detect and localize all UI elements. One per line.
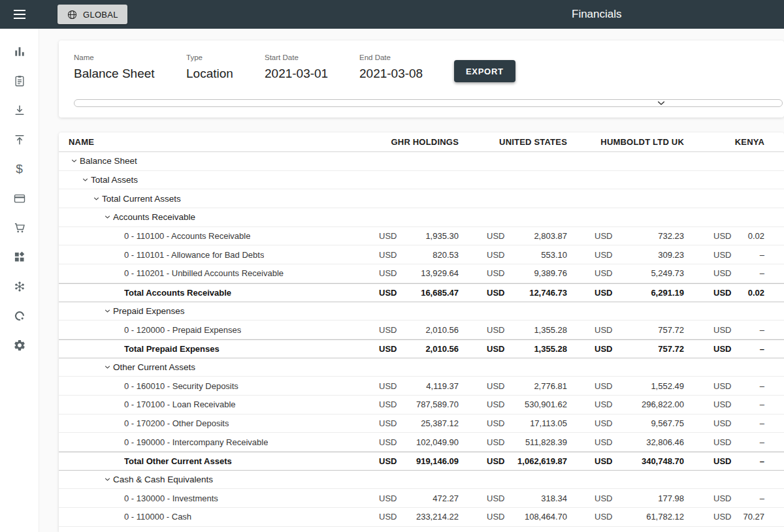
- column-header-kenya[interactable]: KENYA: [713, 137, 764, 147]
- row-label: Prepaid Expenses: [113, 306, 185, 316]
- currency-label: USD: [713, 456, 731, 466]
- amount-value: 9,389.76: [534, 268, 567, 278]
- amount-cell: USD32,806.46: [595, 437, 684, 447]
- row-name-cell: 0 - 120000 - Prepaid Expenses: [59, 325, 379, 335]
- amount-cell: USD–: [713, 381, 764, 391]
- currency-label: USD: [595, 325, 612, 335]
- credit-card-icon: [13, 192, 26, 205]
- main-content: Name Balance Sheet Type Location Start D…: [39, 29, 784, 532]
- amount-value: 16,685.47: [421, 288, 459, 298]
- amount-cell: USD–: [713, 344, 764, 354]
- column-header-united-states[interactable]: UNITED STATES: [487, 137, 567, 147]
- table-row: 0 - 170100 - Loan ReceivableUSD787,589.7…: [59, 396, 784, 415]
- row-label: 0 - 120000 - Prepaid Expenses: [124, 325, 241, 335]
- amount-value: 5,249.73: [651, 268, 684, 278]
- sidebar: $: [0, 29, 39, 532]
- table-row: 0 - 110000 - CashUSD233,214.22USD108,464…: [59, 508, 784, 527]
- row-label: Total Other Current Assets: [124, 456, 232, 466]
- amount-cell: USD511,828.39: [487, 437, 567, 447]
- row-label: 0 - 110000 - Cash: [124, 512, 191, 522]
- table-row[interactable]: Cash & Cash Equivalents: [59, 471, 784, 490]
- sidebar-item-dollar[interactable]: $: [0, 154, 39, 183]
- currency-label: USD: [379, 399, 397, 409]
- amount-cell: USD2,010.56: [379, 344, 459, 354]
- amount-cell: USD820.53: [379, 250, 459, 260]
- table-row[interactable]: Other Current Assets: [59, 358, 784, 377]
- sidebar-item-widgets[interactable]: [0, 242, 39, 272]
- amount-value: 2,803.87: [534, 231, 567, 241]
- currency-label: USD: [487, 399, 504, 409]
- amount-cell: USD2,803.87: [487, 231, 567, 241]
- amount-value: 1,552.49: [651, 381, 684, 391]
- row-name-cell: Total Assets: [59, 175, 379, 185]
- amount-value: 820.53: [433, 250, 459, 260]
- amount-cell: USD12,746.73: [487, 288, 567, 298]
- sidebar-item-credit-card[interactable]: [0, 183, 39, 213]
- table-row: 0 - 170200 - Other DepositsUSD25,387.12U…: [59, 415, 784, 433]
- amount-value: –: [760, 325, 764, 335]
- sidebar-item-bar-chart[interactable]: [0, 37, 39, 66]
- sidebar-item-hub[interactable]: [0, 272, 39, 301]
- row-name-cell: Balance Sheet: [59, 156, 379, 166]
- amount-value: 757.72: [658, 325, 684, 335]
- amount-cell: USD102,049.90: [379, 437, 459, 447]
- chevron-down-icon[interactable]: [93, 195, 102, 202]
- global-scope-button[interactable]: GLOBAL: [57, 5, 127, 24]
- column-header-humboldt-ltd-uk[interactable]: HUMBOLDT LTD UK: [595, 137, 684, 147]
- amount-value: 2,776.81: [534, 381, 567, 391]
- row-name-cell: Total Prepaid Expenses: [59, 344, 379, 354]
- row-label: Total Assets: [91, 175, 138, 185]
- chevron-down-icon[interactable]: [71, 157, 80, 164]
- amount-value: 9,567.75: [651, 418, 684, 428]
- table-row[interactable]: Total Current Assets: [59, 189, 784, 208]
- chevron-down-icon[interactable]: [104, 213, 113, 221]
- amount-value: 108,464.70: [525, 512, 567, 522]
- widgets-icon: [13, 251, 26, 264]
- sidebar-item-download[interactable]: [0, 95, 39, 125]
- chevron-down-icon[interactable]: [104, 476, 113, 483]
- amount-value: 1,935.30: [425, 231, 459, 241]
- sidebar-item-clipboard[interactable]: [0, 66, 39, 95]
- amount-value: –: [760, 418, 764, 428]
- sidebar-item-data-usage[interactable]: [0, 301, 39, 330]
- table-row[interactable]: Accounts Receivable: [59, 208, 784, 227]
- column-header-name[interactable]: NAME: [59, 137, 379, 147]
- amount-value: 472.27: [433, 493, 459, 503]
- currency-label: USD: [487, 493, 504, 503]
- sidebar-item-upload[interactable]: [0, 125, 39, 154]
- menu-icon[interactable]: [0, 0, 39, 29]
- currency-label: USD: [595, 399, 612, 409]
- table-row: 0 - 110201 - Unbilled Accounts Receivabl…: [59, 264, 784, 283]
- amount-cell: USD296,822.00: [595, 399, 684, 409]
- amount-cell: USD–: [713, 418, 764, 428]
- dollar-icon: $: [16, 163, 23, 175]
- table-row: 0 - 190000 - Intercompany ReceivableUSD1…: [59, 433, 784, 452]
- currency-label: USD: [595, 268, 612, 278]
- sidebar-item-shopping-cart[interactable]: [0, 213, 39, 242]
- row-label: Cash & Cash Equivalents: [113, 475, 213, 484]
- table-row[interactable]: Balance Sheet: [59, 152, 784, 171]
- amount-cell: USD5,249.73: [595, 268, 684, 278]
- chevron-down-icon[interactable]: [104, 364, 113, 371]
- table-row[interactable]: Prepaid Expenses: [59, 302, 784, 321]
- table-row[interactable]: Total Assets: [59, 171, 784, 190]
- amount-value: 309.23: [658, 250, 684, 260]
- currency-label: USD: [713, 399, 731, 409]
- sidebar-item-settings[interactable]: [0, 330, 39, 360]
- amount-value: 553.10: [541, 250, 567, 260]
- export-button[interactable]: EXPORT: [454, 60, 515, 82]
- amount-cell: USD17,113.05: [487, 418, 567, 428]
- chevron-down-icon[interactable]: [656, 98, 666, 108]
- row-name-cell: Total Other Current Assets: [59, 456, 379, 466]
- amount-cell: USD4,119.37: [379, 381, 459, 391]
- amount-cell: USD–: [713, 399, 764, 409]
- amount-value: –: [760, 344, 764, 354]
- chevron-down-icon[interactable]: [82, 176, 91, 183]
- amount-value: 32,806.46: [646, 437, 684, 447]
- column-header-ghr-holdings[interactable]: GHR HOLDINGS: [379, 137, 459, 147]
- filter-expander[interactable]: [74, 99, 783, 107]
- field-value: Balance Sheet: [74, 67, 186, 81]
- field-value: 2021-03-01: [265, 67, 359, 81]
- currency-label: USD: [713, 418, 731, 428]
- chevron-down-icon[interactable]: [104, 307, 113, 315]
